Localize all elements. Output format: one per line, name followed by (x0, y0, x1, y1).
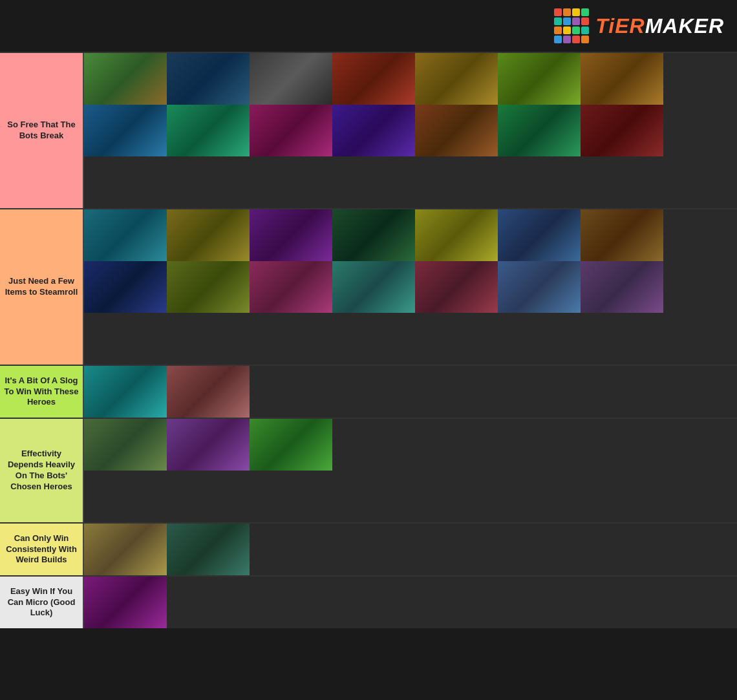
hero-card[interactable] (167, 524, 250, 575)
tier-row-effectivity: Effectivity Depends Heavily On The Bots'… (0, 418, 737, 522)
logo-cell (581, 17, 589, 25)
hero-card[interactable] (498, 209, 581, 261)
hero-card[interactable] (167, 261, 250, 313)
logo-grid (554, 8, 589, 43)
hero-card[interactable] (84, 419, 167, 471)
hero-card[interactable] (84, 53, 167, 105)
tier-label-slog: It's A Bit Of A Slog To Win With These H… (0, 366, 83, 418)
hero-card[interactable] (167, 209, 250, 261)
hero-card[interactable] (332, 209, 415, 261)
hero-card[interactable] (84, 209, 167, 261)
tier-label-effectivity: Effectivity Depends Heavily On The Bots'… (0, 419, 83, 522)
logo-cell (554, 27, 562, 34)
hero-card[interactable] (250, 105, 332, 156)
logo-cell (581, 36, 589, 43)
hero-card[interactable] (332, 261, 415, 313)
tiermaker-container: TiERMAKER So Free That The Bots Break (0, 0, 737, 628)
tier-label-steamroll: Just Need a Few Items to Steamroll (0, 209, 83, 365)
hero-card[interactable] (84, 524, 167, 575)
logo-cell (563, 17, 571, 25)
logo-cell (554, 17, 562, 25)
tier-content-weird (83, 524, 737, 575)
hero-card[interactable] (332, 105, 415, 156)
tier-row-steamroll: Just Need a Few Items to Steamroll (0, 208, 737, 365)
hero-card[interactable] (84, 577, 167, 628)
hero-card[interactable] (250, 53, 332, 105)
hero-card[interactable] (498, 105, 581, 156)
logo-cell (572, 8, 580, 16)
hero-card[interactable] (84, 366, 167, 418)
tier-content-effectivity (83, 419, 737, 522)
hero-card[interactable] (250, 419, 332, 471)
logo-cell (572, 17, 580, 25)
hero-card[interactable] (498, 261, 581, 313)
hero-card[interactable] (84, 261, 167, 313)
tier-row-weird: Can Only Win Consistently With Weird Bui… (0, 522, 737, 575)
hero-card[interactable] (581, 261, 663, 313)
logo-cell (563, 27, 571, 34)
hero-card[interactable] (415, 209, 498, 261)
header: TiERMAKER (0, 0, 737, 52)
hero-card[interactable] (167, 419, 250, 471)
tier-content-steamroll (83, 209, 737, 365)
hero-card[interactable] (332, 53, 415, 105)
hero-card[interactable] (581, 53, 663, 105)
logo-cell (572, 27, 580, 34)
hero-card[interactable] (84, 105, 167, 156)
hero-card[interactable] (167, 105, 250, 156)
logo-cell (581, 27, 589, 34)
hero-card[interactable] (167, 53, 250, 105)
tier-content-micro (83, 577, 737, 628)
logo-cell (554, 8, 562, 16)
tier-label-weird: Can Only Win Consistently With Weird Bui… (0, 524, 83, 575)
hero-card[interactable] (415, 105, 498, 156)
tier-content-slog (83, 366, 737, 418)
hero-card[interactable] (250, 261, 332, 313)
tier-row-slog: It's A Bit Of A Slog To Win With These H… (0, 365, 737, 418)
hero-card[interactable] (415, 261, 498, 313)
logo-text: TiERMAKER (595, 14, 724, 38)
hero-card[interactable] (581, 105, 663, 156)
hero-card[interactable] (498, 53, 581, 105)
tier-label-micro: Easy Win If You Can Micro (Good Luck) (0, 577, 83, 628)
tier-row-free: So Free That The Bots Break (0, 52, 737, 208)
hero-card[interactable] (415, 53, 498, 105)
tier-content-free (83, 53, 737, 208)
logo: TiERMAKER (554, 8, 724, 43)
hero-card[interactable] (581, 209, 663, 261)
tier-label-free: So Free That The Bots Break (0, 53, 83, 208)
logo-cell (572, 36, 580, 43)
tier-row-micro: Easy Win If You Can Micro (Good Luck) (0, 575, 737, 628)
hero-card[interactable] (250, 209, 332, 261)
logo-cell (554, 36, 562, 43)
logo-cell (563, 36, 571, 43)
logo-cell (563, 8, 571, 16)
logo-cell (581, 8, 589, 16)
hero-card[interactable] (167, 366, 250, 418)
